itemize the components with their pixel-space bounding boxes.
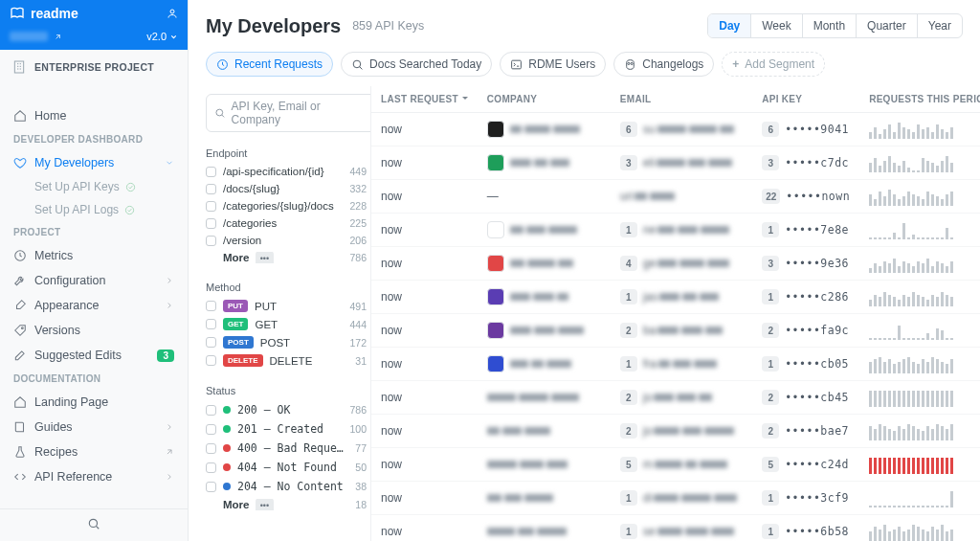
company-logo	[487, 221, 504, 238]
count-badge: 2	[762, 323, 779, 338]
filter-method-row[interactable]: GETGET444	[206, 315, 367, 333]
cell-requests	[859, 147, 980, 180]
company-logo	[487, 355, 504, 372]
sidebar-item-guides[interactable]: Guides	[0, 415, 188, 440]
segment-chip-recent-requests[interactable]: Recent Requests	[206, 52, 333, 77]
sidebar-item-appearance[interactable]: Appearance	[0, 293, 188, 318]
sidebar-search-footer[interactable]	[0, 508, 188, 541]
sidebar-item-suggested-edits[interactable]: Suggested Edits3	[0, 343, 188, 368]
filter-endpoint-row[interactable]: /categories/{slug}/docs228	[206, 197, 367, 214]
filter-column: API Key, Email or Company Endpoint/api-s…	[189, 86, 370, 541]
sidebar-item-configuration[interactable]: Configuration	[0, 268, 188, 293]
filter-endpoint-row[interactable]: /api-specification/{id}449	[206, 163, 367, 180]
table-row[interactable]: now — uri 22•••••nown	[371, 180, 980, 214]
table-row[interactable]: now 2jo 2•••••bae7	[371, 415, 980, 448]
table-header[interactable]: EMAIL	[611, 86, 752, 113]
home-icon	[13, 395, 27, 409]
blurred-text: eli	[643, 156, 735, 169]
sidebar-item-landing-page[interactable]: Landing Page	[0, 390, 188, 415]
filter-more[interactable]: More •••786	[206, 249, 367, 266]
filter-more[interactable]: More •••18	[206, 496, 367, 513]
cell-email: 4ge	[611, 247, 752, 281]
segment-chip-changelogs[interactable]: Changelogs	[613, 52, 714, 77]
blurred-text	[510, 257, 576, 270]
filter-endpoint-row[interactable]: /categories225	[206, 214, 367, 232]
home-icon	[13, 109, 27, 123]
sidebar-item-recipes[interactable]: Recipes	[0, 440, 188, 464]
sidebar-subitem[interactable]: Set Up API Logs	[0, 198, 188, 221]
filter-method-row[interactable]: POSTPOST172	[206, 333, 367, 351]
table-header[interactable]: LAST REQUEST	[371, 86, 478, 113]
sparkline	[869, 254, 980, 273]
cell-email: uri	[611, 180, 752, 214]
table-row[interactable]: now 2jo 2•••••cb45	[371, 381, 980, 415]
period-month[interactable]: Month	[802, 14, 856, 37]
cell-last-request: now	[371, 482, 478, 515]
table-row[interactable]: now 1se 1•••••6b58	[371, 515, 980, 542]
table-row[interactable]: now 5m 5•••••c24d	[371, 448, 980, 482]
filter-status-row[interactable]: 400 – Bad Request77	[206, 439, 367, 458]
filter-method-row[interactable]: PUTPUT491	[206, 297, 367, 315]
cell-requests	[859, 482, 980, 515]
table-header[interactable]: COMPANY	[478, 86, 611, 113]
svg-point-8	[353, 60, 361, 68]
filter-status-row[interactable]: 201 – Created100	[206, 419, 367, 439]
table-row[interactable]: now 1jas 1•••••c286	[371, 281, 980, 314]
book-icon	[13, 420, 27, 434]
sidebar-item-versions[interactable]: Versions	[0, 318, 188, 343]
table-header[interactable]: REQUESTS THIS PERIOD	[859, 86, 980, 113]
filter-method-row[interactable]: DELETEDELETE31	[206, 351, 367, 370]
table-row[interactable]: now 2ba 2•••••fa9c	[371, 314, 980, 348]
sidebar-item-api-reference[interactable]: API Reference	[0, 464, 188, 489]
period-quarter[interactable]: Quarter	[856, 14, 917, 37]
blurred-text	[510, 156, 572, 169]
table-row[interactable]: now 1fra 1•••••cb05	[371, 348, 980, 381]
search-icon	[351, 58, 364, 71]
table-row[interactable]: now 6su 6•••••9041	[371, 113, 980, 147]
blurred-text: ge	[643, 257, 732, 270]
cell-email: 5m	[611, 448, 752, 482]
chevron-right-icon	[165, 422, 174, 432]
cell-company	[478, 214, 611, 247]
project-selector[interactable]: v2.0	[0, 27, 188, 50]
blurred-text: m	[643, 458, 730, 471]
cell-company	[478, 247, 611, 281]
blurred-text	[487, 424, 553, 438]
table-row[interactable]: now 1di 1•••••3cf9	[371, 482, 980, 515]
user-icon[interactable]	[167, 8, 178, 19]
sidebar-subitem[interactable]: Set Up API Keys	[0, 175, 188, 198]
segment-chip-docs-searched-today[interactable]: Docs Searched Today	[341, 52, 492, 77]
filter-status-row[interactable]: 204 – No Content38	[206, 477, 367, 496]
chip-label: Docs Searched Today	[369, 57, 481, 71]
blurred-text	[510, 290, 571, 304]
search-input[interactable]: API Key, Email or Company	[206, 94, 370, 132]
table-row[interactable]: now 1ne 1•••••7e8e	[371, 214, 980, 247]
filter-endpoint-row[interactable]: /version206	[206, 232, 367, 249]
count-badge: 5	[620, 457, 637, 472]
blurred-text	[487, 458, 570, 471]
blurred-text: jas	[643, 290, 722, 304]
period-year[interactable]: Year	[917, 14, 962, 37]
page-header: My Developers 859 API Keys DayWeekMonthQ…	[189, 0, 980, 48]
add-segment-button[interactable]: +Add Segment	[722, 52, 825, 77]
chevron-right-icon	[165, 472, 174, 482]
cell-apikey: 1•••••7e8e	[752, 214, 859, 247]
sidebar-item-metrics[interactable]: Metrics	[0, 243, 188, 268]
filter-status-row[interactable]: 200 – OK786	[206, 400, 367, 419]
period-day[interactable]: Day	[708, 14, 750, 37]
cell-last-request: now	[371, 415, 478, 448]
sidebar-home[interactable]: Home	[0, 103, 188, 128]
sidebar-item-my-developers[interactable]: My Developers	[0, 150, 188, 175]
api-key: •••••3cf9	[785, 491, 849, 505]
filter-endpoint-row[interactable]: /docs/{slug}332	[206, 180, 367, 197]
count-badge: 6	[620, 122, 637, 137]
api-key: •••••9041	[785, 123, 849, 136]
table-header[interactable]: API KEY	[752, 86, 859, 113]
table-row[interactable]: now 4ge 3•••••9e36	[371, 247, 980, 281]
filter-status-row[interactable]: 404 – Not Found50	[206, 458, 367, 477]
table-row[interactable]: now 3eli 3•••••c7dc	[371, 147, 980, 180]
blurred-text	[487, 491, 556, 505]
segment-chip-rdme-users[interactable]: RDME Users	[500, 52, 606, 77]
period-week[interactable]: Week	[750, 14, 801, 37]
brand-header: readme	[0, 0, 188, 27]
